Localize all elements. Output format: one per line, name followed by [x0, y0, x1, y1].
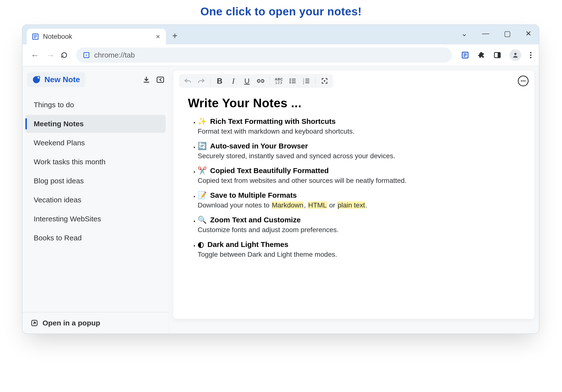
note-bullets: ✨Rich Text Formatting with ShortcutsForm…	[188, 117, 520, 258]
note-bullet: ✂️Copied Text Beautifully FormattedCopie…	[198, 166, 520, 185]
forward-button[interactable]: →	[45, 50, 56, 60]
editor-area: B I U ABC123 1	[169, 66, 539, 334]
note-item[interactable]: Things to do	[25, 96, 166, 114]
profile-avatar-icon[interactable]	[510, 49, 521, 61]
kebab-menu-icon[interactable]	[529, 51, 532, 59]
editor-more-button[interactable]	[518, 76, 528, 86]
new-note-label: New Note	[44, 75, 80, 84]
bullet-desc: Securely stored, instantly saved and syn…	[198, 152, 520, 160]
address-bar[interactable]: + chrome://tab	[76, 47, 452, 63]
open-in-popup-button[interactable]: Open in a popup	[23, 312, 169, 334]
maximize-button[interactable]: ▢	[504, 29, 511, 38]
undo-button[interactable]	[182, 76, 194, 86]
note-bullet: ◐Dark and Light ThemesToggle between Dar…	[198, 240, 520, 258]
note-item[interactable]: Vecation ideas	[25, 191, 166, 209]
svg-text:+: +	[85, 53, 87, 57]
svg-point-15	[530, 57, 531, 58]
tab-strip: Notebook × + ⌄ — ▢ ✕	[23, 25, 539, 44]
editor-card: B I U ABC123 1	[173, 71, 534, 319]
collapse-sidebar-icon[interactable]	[156, 76, 164, 83]
notebook-extension-icon[interactable]	[461, 51, 469, 59]
window-controls: ⌄ — ▢ ✕	[461, 29, 531, 38]
bullet-desc: Customize fonts and adjust zoom preferen…	[198, 226, 520, 234]
minimize-button[interactable]: —	[482, 29, 489, 38]
bullet-headline-text: Zoom Text and Customize	[210, 216, 301, 224]
url-text: chrome://tab	[94, 51, 135, 59]
bullet-headline: ✂️Copied Text Beautifully Formatted	[198, 166, 520, 175]
reload-button[interactable]	[60, 51, 72, 59]
note-item-label: Vecation ideas	[34, 196, 81, 204]
underline-button[interactable]: U	[241, 76, 253, 86]
note-item-label: Meeting Notes	[34, 120, 84, 128]
back-button[interactable]: ←	[29, 50, 40, 60]
site-favicon-icon: +	[83, 52, 90, 58]
toolbar-icons	[461, 49, 532, 61]
bullet-headline-text: Copied Text Beautifully Formatted	[210, 167, 329, 175]
editor-body[interactable]: Write Your Notes ... ✨Rich Text Formatti…	[173, 91, 534, 274]
note-item-label: Blog post ideas	[34, 177, 84, 185]
svg-point-20	[290, 78, 291, 80]
svg-point-13	[530, 52, 531, 53]
bullet-desc: Toggle between Dark and Light theme mode…	[198, 251, 520, 258]
editor-toolbar: B I U ABC123 1	[173, 71, 534, 91]
svg-text:3: 3	[303, 82, 304, 84]
new-note-plus-icon	[32, 76, 40, 84]
browser-toolbar: ← → + chrome://tab	[23, 44, 539, 66]
spellcheck-button[interactable]: ABC123	[273, 76, 285, 86]
note-item-label: Things to do	[34, 101, 74, 109]
tab-close-icon[interactable]: ×	[156, 33, 160, 41]
bullet-emoji-icon: ✨	[198, 117, 207, 125]
note-item[interactable]: Interesting WebSites	[25, 210, 166, 228]
tab-favicon-icon	[32, 33, 39, 40]
note-title: Write Your Notes ...	[188, 96, 520, 110]
note-bullet: 🔄Auto-saved in Your BrowserSecurely stor…	[198, 142, 520, 160]
bullet-headline: ✨Rich Text Formatting with Shortcuts	[198, 117, 520, 125]
note-item[interactable]: Books to Read	[25, 229, 166, 247]
note-item-label: Interesting WebSites	[34, 215, 101, 223]
note-item-label: Books to Read	[34, 234, 82, 242]
svg-point-12	[514, 53, 516, 55]
bullet-emoji-icon: 🔍	[198, 216, 207, 224]
italic-button[interactable]: I	[227, 76, 239, 86]
bullet-emoji-icon: 📝	[198, 191, 207, 199]
svg-point-35	[524, 80, 526, 82]
bullet-desc: Format text with markdown and keyboard s…	[198, 127, 520, 135]
svg-point-21	[290, 80, 291, 82]
bullet-desc: Download your notes to Markdown, HTML or…	[198, 201, 520, 209]
side-panel-icon[interactable]	[493, 51, 501, 59]
bold-button[interactable]: B	[213, 76, 226, 86]
bullet-headline: 📝Save to Multiple Formats	[198, 191, 520, 199]
bullet-headline-text: Save to Multiple Formats	[210, 191, 297, 199]
bulleted-list-button[interactable]	[286, 76, 299, 86]
bullet-headline-text: Rich Text Formatting with Shortcuts	[210, 117, 336, 125]
close-window-button[interactable]: ✕	[525, 29, 531, 38]
link-button[interactable]	[255, 76, 267, 86]
download-icon[interactable]	[143, 76, 150, 83]
note-bullet: 📝Save to Multiple FormatsDownload your n…	[198, 191, 520, 209]
bullet-headline-text: Dark and Light Themes	[207, 240, 288, 248]
svg-point-34	[523, 80, 524, 82]
new-note-button[interactable]: New Note	[27, 72, 85, 87]
focus-mode-button[interactable]	[318, 76, 331, 86]
svg-point-33	[521, 80, 522, 82]
sidebar: New Note Things to doMeeting NotesWeeken…	[23, 66, 169, 334]
note-item-label: Weekend Plans	[34, 139, 85, 147]
svg-rect-18	[157, 77, 164, 82]
note-item[interactable]: Blog post ideas	[25, 172, 166, 190]
note-item[interactable]: Work tasks this month	[25, 153, 166, 171]
tabs-dropdown-icon[interactable]: ⌄	[461, 29, 467, 38]
bullet-headline-text: Auto-saved in Your Browser	[210, 142, 308, 150]
note-bullet: ✨Rich Text Formatting with ShortcutsForm…	[198, 117, 520, 135]
note-list: Things to doMeeting NotesWeekend PlansWo…	[23, 93, 169, 250]
extensions-icon[interactable]	[477, 51, 485, 59]
tab-notebook[interactable]: Notebook ×	[27, 29, 166, 44]
note-item[interactable]: Meeting Notes	[25, 115, 166, 133]
bullet-desc: Copied text from websites and other sour…	[198, 177, 520, 185]
note-item[interactable]: Weekend Plans	[25, 134, 166, 152]
bullet-emoji-icon: ✂️	[198, 167, 207, 175]
redo-button[interactable]	[195, 76, 207, 86]
bullet-headline: ◐Dark and Light Themes	[198, 240, 520, 249]
numbered-list-button[interactable]: 123	[300, 76, 312, 86]
new-tab-button[interactable]: +	[172, 31, 177, 41]
open-in-popup-label: Open in a popup	[42, 319, 100, 327]
